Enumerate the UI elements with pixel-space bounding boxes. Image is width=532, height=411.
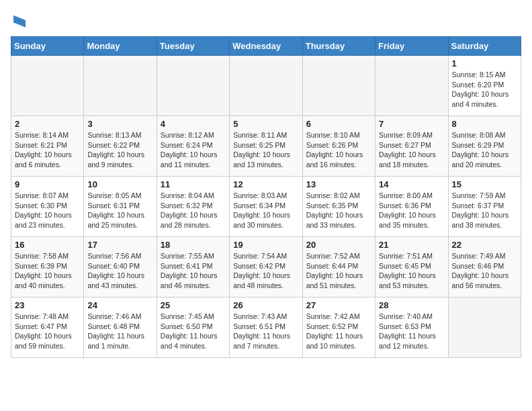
day-number: 9 (15, 179, 80, 189)
calendar-cell: 7Sunrise: 8:09 AM Sunset: 6:27 PM Daylig… (375, 116, 448, 177)
calendar-cell: 19Sunrise: 7:54 AM Sunset: 6:42 PM Dayli… (230, 237, 302, 298)
day-detail: Sunrise: 8:14 AM Sunset: 6:21 PM Dayligh… (15, 130, 80, 170)
calendar-cell: 22Sunrise: 7:49 AM Sunset: 6:46 PM Dayli… (448, 237, 521, 298)
calendar-cell (448, 298, 521, 358)
calendar-cell (375, 56, 448, 116)
calendar-cell (302, 56, 375, 116)
calendar-cell: 16Sunrise: 7:58 AM Sunset: 6:39 PM Dayli… (11, 237, 84, 298)
calendar-cell: 20Sunrise: 7:52 AM Sunset: 6:44 PM Dayli… (302, 237, 375, 298)
day-number: 19 (233, 240, 298, 250)
day-detail: Sunrise: 8:11 AM Sunset: 6:25 PM Dayligh… (233, 130, 298, 170)
day-detail: Sunrise: 7:51 AM Sunset: 6:45 PM Dayligh… (379, 251, 444, 291)
day-number: 2 (15, 119, 80, 129)
calendar-cell: 9Sunrise: 8:07 AM Sunset: 6:30 PM Daylig… (11, 177, 84, 237)
weekday-header-sunday: Sunday (11, 37, 84, 56)
calendar-cell (157, 56, 229, 116)
calendar-cell: 28Sunrise: 7:40 AM Sunset: 6:53 PM Dayli… (375, 298, 448, 358)
day-detail: Sunrise: 8:08 AM Sunset: 6:29 PM Dayligh… (452, 130, 517, 170)
day-detail: Sunrise: 8:10 AM Sunset: 6:26 PM Dayligh… (306, 130, 371, 170)
weekday-header-tuesday: Tuesday (157, 37, 229, 56)
calendar-week-row: 2Sunrise: 8:14 AM Sunset: 6:21 PM Daylig… (11, 116, 521, 177)
day-number: 22 (452, 240, 517, 250)
day-detail: Sunrise: 7:46 AM Sunset: 6:48 PM Dayligh… (87, 312, 152, 351)
day-number: 14 (379, 179, 444, 189)
day-number: 16 (15, 240, 80, 250)
day-detail: Sunrise: 7:55 AM Sunset: 6:41 PM Dayligh… (161, 251, 226, 291)
day-detail: Sunrise: 8:07 AM Sunset: 6:30 PM Dayligh… (15, 191, 80, 230)
day-detail: Sunrise: 7:58 AM Sunset: 6:39 PM Dayligh… (15, 251, 80, 291)
calendar-cell: 26Sunrise: 7:43 AM Sunset: 6:51 PM Dayli… (230, 298, 302, 358)
day-detail: Sunrise: 8:05 AM Sunset: 6:31 PM Dayligh… (87, 191, 152, 230)
day-number: 11 (161, 179, 226, 189)
calendar-cell: 24Sunrise: 7:46 AM Sunset: 6:48 PM Dayli… (84, 298, 157, 358)
day-detail: Sunrise: 7:40 AM Sunset: 6:53 PM Dayligh… (379, 312, 444, 351)
day-number: 28 (379, 300, 444, 310)
day-number: 8 (452, 119, 517, 129)
day-number: 3 (87, 119, 152, 129)
calendar-cell: 18Sunrise: 7:55 AM Sunset: 6:41 PM Dayli… (157, 237, 229, 298)
calendar-cell: 3Sunrise: 8:13 AM Sunset: 6:22 PM Daylig… (84, 116, 157, 177)
calendar-cell: 25Sunrise: 7:45 AM Sunset: 6:50 PM Dayli… (157, 298, 229, 358)
calendar-cell: 1Sunrise: 8:15 AM Sunset: 6:20 PM Daylig… (448, 56, 521, 116)
calendar-cell: 4Sunrise: 8:12 AM Sunset: 6:24 PM Daylig… (157, 116, 229, 177)
day-number: 10 (87, 179, 152, 189)
weekday-header-monday: Monday (84, 37, 157, 56)
day-detail: Sunrise: 7:48 AM Sunset: 6:47 PM Dayligh… (15, 312, 80, 351)
day-number: 1 (452, 58, 517, 68)
logo (11, 11, 26, 28)
day-number: 13 (306, 179, 371, 189)
weekday-header-wednesday: Wednesday (230, 37, 302, 56)
day-detail: Sunrise: 8:15 AM Sunset: 6:20 PM Dayligh… (452, 70, 517, 109)
day-detail: Sunrise: 8:00 AM Sunset: 6:36 PM Dayligh… (379, 191, 444, 230)
day-detail: Sunrise: 8:04 AM Sunset: 6:32 PM Dayligh… (161, 191, 226, 230)
calendar-cell: 6Sunrise: 8:10 AM Sunset: 6:26 PM Daylig… (302, 116, 375, 177)
day-number: 12 (233, 179, 298, 189)
calendar-week-row: 9Sunrise: 8:07 AM Sunset: 6:30 PM Daylig… (11, 177, 521, 237)
weekday-header-saturday: Saturday (448, 37, 521, 56)
day-detail: Sunrise: 7:56 AM Sunset: 6:40 PM Dayligh… (87, 251, 152, 291)
day-detail: Sunrise: 8:03 AM Sunset: 6:34 PM Dayligh… (233, 191, 298, 230)
day-detail: Sunrise: 7:54 AM Sunset: 6:42 PM Dayligh… (233, 251, 298, 291)
day-number: 20 (306, 240, 371, 250)
day-detail: Sunrise: 7:52 AM Sunset: 6:44 PM Dayligh… (306, 251, 371, 291)
calendar-cell: 12Sunrise: 8:03 AM Sunset: 6:34 PM Dayli… (230, 177, 302, 237)
day-detail: Sunrise: 8:02 AM Sunset: 6:35 PM Dayligh… (306, 191, 371, 230)
calendar-cell (11, 56, 84, 116)
calendar-cell: 8Sunrise: 8:08 AM Sunset: 6:29 PM Daylig… (448, 116, 521, 177)
calendar-cell: 21Sunrise: 7:51 AM Sunset: 6:45 PM Dayli… (375, 237, 448, 298)
day-number: 17 (87, 240, 152, 250)
day-number: 21 (379, 240, 444, 250)
weekday-header-friday: Friday (375, 37, 448, 56)
calendar-week-row: 16Sunrise: 7:58 AM Sunset: 6:39 PM Dayli… (11, 237, 521, 298)
day-number: 18 (161, 240, 226, 250)
calendar-cell: 11Sunrise: 8:04 AM Sunset: 6:32 PM Dayli… (157, 177, 229, 237)
calendar-cell: 5Sunrise: 8:11 AM Sunset: 6:25 PM Daylig… (230, 116, 302, 177)
calendar-cell: 17Sunrise: 7:56 AM Sunset: 6:40 PM Dayli… (84, 237, 157, 298)
day-number: 24 (87, 300, 152, 310)
day-number: 6 (306, 119, 371, 129)
calendar-cell: 23Sunrise: 7:48 AM Sunset: 6:47 PM Dayli… (11, 298, 84, 358)
calendar-week-row: 1Sunrise: 8:15 AM Sunset: 6:20 PM Daylig… (11, 56, 521, 116)
calendar-cell (230, 56, 302, 116)
day-detail: Sunrise: 7:43 AM Sunset: 6:51 PM Dayligh… (233, 312, 298, 351)
calendar-cell (84, 56, 157, 116)
day-detail: Sunrise: 7:42 AM Sunset: 6:52 PM Dayligh… (306, 312, 371, 351)
day-number: 23 (15, 300, 80, 310)
page-header (11, 11, 521, 28)
calendar-cell: 14Sunrise: 8:00 AM Sunset: 6:36 PM Dayli… (375, 177, 448, 237)
day-number: 5 (233, 119, 298, 129)
calendar-header-row: SundayMondayTuesdayWednesdayThursdayFrid… (11, 37, 521, 56)
calendar-cell: 27Sunrise: 7:42 AM Sunset: 6:52 PM Dayli… (302, 298, 375, 358)
day-detail: Sunrise: 8:12 AM Sunset: 6:24 PM Dayligh… (161, 130, 226, 170)
calendar-week-row: 23Sunrise: 7:48 AM Sunset: 6:47 PM Dayli… (11, 298, 521, 358)
day-number: 4 (161, 119, 226, 129)
day-number: 27 (306, 300, 371, 310)
day-detail: Sunrise: 8:13 AM Sunset: 6:22 PM Dayligh… (87, 130, 152, 170)
calendar-cell: 2Sunrise: 8:14 AM Sunset: 6:21 PM Daylig… (11, 116, 84, 177)
day-detail: Sunrise: 7:45 AM Sunset: 6:50 PM Dayligh… (161, 312, 226, 351)
day-detail: Sunrise: 7:59 AM Sunset: 6:37 PM Dayligh… (452, 191, 517, 230)
day-number: 15 (452, 179, 517, 189)
day-number: 25 (161, 300, 226, 310)
calendar-table: SundayMondayTuesdayWednesdayThursdayFrid… (11, 36, 521, 358)
logo-icon (13, 15, 26, 28)
